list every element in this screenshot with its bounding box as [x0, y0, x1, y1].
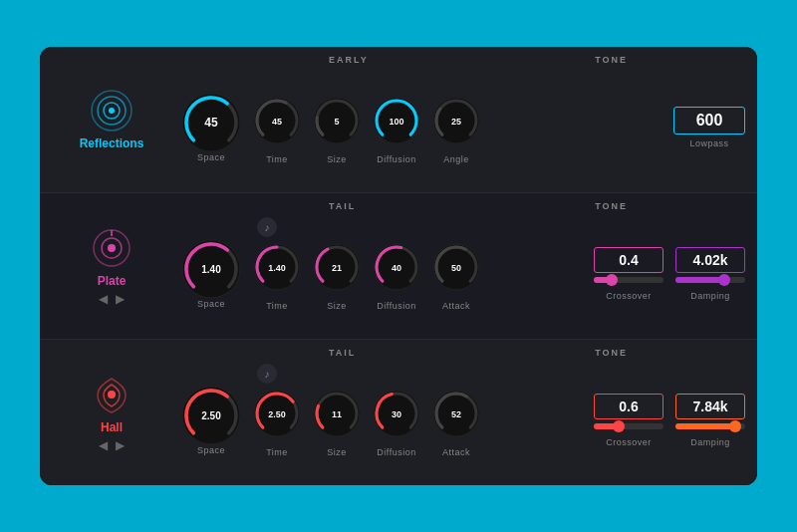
hall-attack-label: Attack: [442, 447, 470, 457]
hall-size-knob-wrap: 11 Size: [311, 388, 363, 457]
hall-damping-display[interactable]: 7.84k: [675, 394, 745, 419]
plate-time-knob[interactable]: 1.40: [251, 241, 303, 297]
plate-attack-label: Attack: [442, 301, 470, 311]
hall-crossover-display[interactable]: 0.6: [594, 394, 664, 419]
hall-damping-wrap: 7.84kDamping: [675, 394, 745, 447]
plate-crossover-track[interactable]: [594, 277, 664, 283]
reflections-lowpass-label: Lowpass: [689, 138, 728, 148]
hall-crossover-label: Crossover: [606, 437, 652, 447]
hall-crossover-wrap: 0.6Crossover: [594, 394, 664, 447]
svg-text:1.40: 1.40: [201, 264, 221, 275]
plate-crossover-label: Crossover: [606, 291, 652, 301]
hall-time-label: Time: [266, 447, 288, 457]
svg-text:2.50: 2.50: [268, 409, 286, 419]
svg-text:11: 11: [332, 409, 342, 419]
hall-space-label: Space: [197, 445, 225, 455]
reflections-tone-label: TONE: [595, 55, 628, 65]
hall-crossover-track[interactable]: [594, 423, 664, 429]
prev-arrow[interactable]: ◀: [99, 438, 108, 452]
reflections-time-label: Time: [266, 154, 288, 164]
hall-section-label: TAIL: [329, 348, 356, 358]
reflections-space-area: 45 Space: [171, 93, 251, 162]
reflections-icon[interactable]: [90, 89, 133, 136]
reflections-name: Reflections: [80, 136, 144, 150]
reflections-size-knob-wrap: 5 Size: [311, 95, 363, 164]
svg-point-16: [108, 244, 116, 252]
svg-text:5: 5: [334, 117, 339, 127]
svg-text:52: 52: [451, 409, 461, 419]
plate-crossover-wrap: 0.4Crossover: [594, 247, 664, 301]
plate-icon[interactable]: [90, 226, 133, 274]
hall-time-knob-wrap: 2.50 Time: [251, 388, 303, 457]
plugin-container: EARLYTONE Reflections 45 Space 45 Time 5…: [40, 47, 757, 485]
svg-text:45: 45: [272, 117, 282, 127]
hall-damping-track[interactable]: [675, 423, 745, 429]
hall-attack-knob-wrap: 52 Attack: [430, 388, 482, 457]
svg-point-3: [109, 108, 115, 114]
plate-time-label: Time: [266, 301, 288, 311]
hall-attack-knob[interactable]: 52: [430, 388, 482, 443]
reflections-time-knob-wrap: 45 Time: [251, 95, 303, 164]
plate-diffusion-label: Diffusion: [377, 301, 415, 311]
plate-preset-section: Plate◀▶: [52, 226, 171, 306]
hall-size-knob[interactable]: 11: [311, 388, 363, 443]
hall-time-knob[interactable]: 2.50: [251, 388, 303, 443]
note-icon: ♪: [257, 364, 277, 384]
plate-size-knob-wrap: 21 Size: [311, 241, 363, 311]
reflections-tone-section: 600Lowpass: [673, 107, 745, 148]
plate-knobs-group: 1.40 Time 21 Size 40 Diffusion 50 Attack: [251, 241, 578, 311]
reflections-lowpass-display[interactable]: 600: [673, 107, 745, 134]
hall-space-area: 2.50 Space: [171, 386, 251, 455]
row-reflections: EARLYTONE Reflections 45 Space 45 Time 5…: [40, 47, 757, 193]
row-hall: TAILTONE Hall◀▶ 2.50 Space♪ 2.50 Time 11…: [40, 340, 757, 485]
hall-damping-label: Damping: [690, 437, 730, 447]
svg-text:45: 45: [204, 116, 218, 130]
reflections-size-knob[interactable]: 5: [311, 95, 363, 150]
reflections-diffusion-knob[interactable]: 100: [371, 95, 422, 150]
svg-point-28: [108, 391, 116, 399]
hall-tone-label: TONE: [595, 348, 628, 358]
plate-tone-label: TONE: [595, 201, 628, 211]
plate-size-label: Size: [327, 301, 347, 311]
hall-icon[interactable]: [90, 373, 133, 420]
svg-text:100: 100: [389, 117, 403, 127]
prev-arrow[interactable]: ◀: [99, 292, 108, 306]
plate-space-label: Space: [197, 299, 225, 309]
plate-damping-track[interactable]: [675, 277, 745, 283]
reflections-time-knob[interactable]: 45: [251, 95, 303, 150]
svg-text:25: 25: [451, 117, 461, 127]
reflections-angle-label: Angle: [443, 154, 469, 164]
row-plate: TAILTONE Plate◀▶ 1.40 Space♪ 1.40 Time 2…: [40, 193, 757, 340]
reflections-size-label: Size: [327, 154, 347, 164]
plate-arrows[interactable]: ◀▶: [99, 292, 125, 306]
plate-damping-display[interactable]: 4.02k: [675, 247, 745, 273]
hall-arrows[interactable]: ◀▶: [99, 438, 125, 452]
reflections-angle-knob[interactable]: 25: [430, 95, 482, 150]
plate-diffusion-knob-wrap: 40 Diffusion: [371, 241, 422, 311]
hall-preset-section: Hall◀▶: [52, 373, 171, 452]
plate-attack-knob[interactable]: 50: [430, 241, 482, 297]
next-arrow[interactable]: ▶: [116, 292, 125, 306]
reflections-space-label: Space: [197, 152, 225, 162]
plate-diffusion-knob[interactable]: 40: [371, 241, 422, 297]
reflections-preset-section: Reflections: [52, 89, 171, 150]
reflections-angle-knob-wrap: 25 Angle: [430, 95, 482, 164]
svg-text:1.40: 1.40: [268, 263, 286, 273]
hall-name: Hall: [101, 420, 123, 434]
next-arrow[interactable]: ▶: [116, 438, 125, 452]
svg-text:21: 21: [332, 263, 342, 273]
plate-crossover-display[interactable]: 0.4: [594, 247, 664, 273]
hall-knobs-group: 2.50 Time 11 Size 30 Diffusion 52 Attack: [251, 388, 578, 457]
hall-tone-section: 0.6Crossover7.84kDamping: [594, 394, 745, 447]
svg-text:40: 40: [392, 263, 401, 273]
svg-text:50: 50: [451, 263, 461, 273]
hall-diffusion-knob-wrap: 30 Diffusion: [371, 388, 422, 457]
reflections-diffusion-label: Diffusion: [377, 154, 415, 164]
hall-diffusion-knob[interactable]: 30: [371, 388, 422, 443]
plate-space-area: 1.40 Space: [171, 239, 251, 309]
plate-size-knob[interactable]: 21: [311, 241, 363, 297]
hall-diffusion-label: Diffusion: [377, 447, 415, 457]
reflections-diffusion-knob-wrap: 100 Diffusion: [371, 95, 422, 164]
svg-text:30: 30: [392, 409, 401, 419]
hall-size-label: Size: [327, 447, 347, 457]
